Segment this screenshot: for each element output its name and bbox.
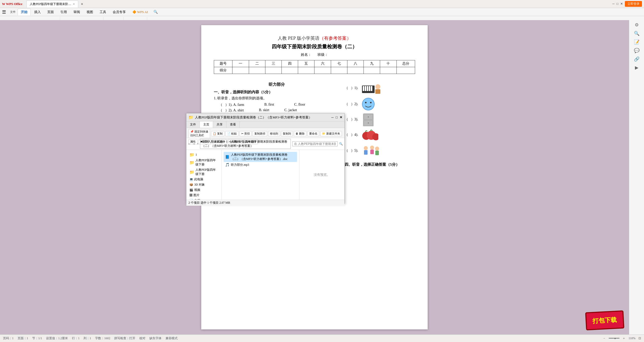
svg-rect-25 [375, 89, 380, 94]
fe-search-icon[interactable]: 🔍 [339, 142, 343, 146]
fe-tabs: 文件 主页 共享 查看 [186, 121, 344, 128]
fe-back-btn[interactable]: ← [188, 142, 191, 146]
score-col-3: 三 [265, 60, 281, 67]
fe-sidebar-1[interactable]: 📁 1 [188, 152, 219, 158]
ribbon-tab-page[interactable]: 页面 [44, 9, 57, 15]
svg-rect-40 [370, 150, 374, 154]
fe-up-btn[interactable]: ↑ [197, 142, 198, 146]
fe-paste-btn[interactable]: 📄 粘贴 [225, 131, 239, 136]
piano-scene-svg [361, 80, 381, 96]
fe-sidebar-documents[interactable]: 📄 文档 [188, 198, 219, 200]
doc-file-icon: 📘 [225, 155, 229, 159]
fe-sidebar-label-video: 视频 [194, 188, 200, 192]
fe-minimize[interactable]: ─ [331, 115, 334, 119]
smiley-svg [361, 97, 376, 111]
fe-tab-view[interactable]: 查看 [226, 121, 240, 128]
fe-restore[interactable]: □ [336, 115, 338, 119]
ribbon-tab-tools[interactable]: 工具 [97, 9, 109, 15]
fe-sidebar-3[interactable]: 📁 人教PEP版四年级下册 [188, 167, 219, 177]
zoom-out-btn[interactable]: － [603, 336, 606, 340]
right-tool-2[interactable]: 🔍 [634, 31, 639, 36]
doc-tab-close[interactable]: ✕ [73, 3, 75, 6]
status-section: 页面：1 [18, 336, 28, 340]
fe-close[interactable]: ✕ [340, 115, 342, 119]
menu-icon[interactable]: ☰ [2, 9, 6, 15]
right-tool-5[interactable]: 🔗 [634, 56, 639, 62]
right-bracket-4: （ ）4). [345, 133, 358, 137]
fe-file-mp3[interactable]: 🎵 听力部分.mp3 [224, 162, 297, 168]
right-pic-2: （ ）2). [345, 97, 415, 111]
fe-copy-path-btn[interactable]: 复制路径 [253, 131, 267, 136]
fe-search-input[interactable] [292, 141, 338, 146]
svg-point-24 [375, 84, 380, 89]
fe-address-input[interactable]: 最新入期末试卷 > 1 > 人教PEP版四年级下册期末阶段质量检测卷（二）（含M… [200, 139, 291, 149]
fe-sidebar-label-thispc: 此电脑 [194, 177, 203, 182]
fe-folder-icon: 📁 [188, 115, 193, 120]
fe-cut-btn[interactable]: ✂ 剪切 [239, 131, 252, 136]
right-tool-6[interactable]: ▶ [635, 65, 638, 70]
fe-copyto-btn[interactable]: 复制到 [281, 131, 293, 136]
fe-sidebar-label-1: 1 [195, 153, 197, 157]
right-toolbar: ⚙ 🔍 📝 💬 🔗 ▶ [629, 20, 644, 334]
score-row-label: 得分 [214, 67, 232, 74]
search-icon[interactable]: 🔍 [153, 10, 158, 14]
score-col-total: 总分 [396, 60, 415, 67]
score-val-1 [232, 67, 249, 74]
right-tool-3[interactable]: 📝 [634, 39, 639, 45]
video-icon: 🎬 [189, 188, 193, 192]
score-val-5 [298, 67, 314, 74]
svg-rect-20 [365, 86, 366, 91]
score-val-9 [364, 67, 380, 74]
fe-file-doc[interactable]: 📘 人教PEP版四年级下册期末阶段质量检测卷（二）（含MP3+听力材料+参考答案… [224, 152, 297, 162]
zoom-slider[interactable]: ━━━●━━ [609, 336, 619, 340]
ribbon-tab-review[interactable]: 审阅 [70, 9, 83, 15]
fe-move-btn[interactable]: 移动到 [268, 131, 280, 136]
fe-tab-file[interactable]: 文件 [186, 121, 200, 128]
fe-sidebar-label-pictures: 图片 [193, 193, 199, 197]
svg-point-39 [370, 146, 374, 150]
right-pic-5: （ ）5). [345, 143, 415, 158]
score-col-1: 一 [232, 60, 249, 67]
fe-sidebar-video[interactable]: 🎬 视频 [188, 187, 219, 193]
ribbon-tab-wpsai[interactable]: 🔶 WPS AI [129, 9, 151, 15]
minimize-icon[interactable]: ─ [612, 2, 615, 6]
fe-newfolder-btn[interactable]: 📁 新建文件夹 [320, 131, 342, 136]
ribbon-menu-file[interactable]: 文件 [9, 10, 17, 14]
fe-rename-btn[interactable]: 重命名 [307, 131, 319, 136]
ribbon-tab-home[interactable]: 开始 [18, 9, 31, 16]
ribbon-tab-view[interactable]: 视图 [84, 9, 96, 15]
ribbon-tab-insert[interactable]: 插入 [31, 9, 44, 15]
wps-logo: W WPS Office [2, 2, 22, 6]
restore-icon[interactable]: □ [617, 2, 618, 6]
fe-sidebar-pictures[interactable]: 🖼 图片 [188, 193, 219, 198]
ribbon-tab-references[interactable]: 引用 [57, 9, 70, 15]
cabinet-svg [361, 112, 376, 126]
status-position: 节：1/1 [32, 336, 42, 340]
right-tool-1[interactable]: ⚙ [635, 22, 639, 28]
children-playing-svg [361, 143, 381, 158]
view-mode-btn[interactable]: ⊡ [638, 336, 641, 340]
fe-tab-share[interactable]: 共享 [213, 121, 226, 128]
register-button[interactable]: 立即登录 [625, 1, 642, 7]
q1-text: 1. 听录音，选出你所听到的选项。 [214, 96, 340, 101]
fe-forward-btn[interactable]: → [192, 142, 195, 146]
fe-sidebar-2[interactable]: 📁 人教PEP版四年级下册 [188, 158, 219, 167]
doc-tab[interactable]: 人教PEP版四年级下册期末阶… ✕ [26, 1, 78, 8]
fe-pin-btn[interactable]: 📌 固定到快速访问工具栏 [188, 129, 210, 138]
new-tab-button[interactable]: ＋ [78, 1, 86, 7]
fe-copy-btn[interactable]: 📋 复制 [211, 131, 224, 136]
fe-tab-home[interactable]: 主页 [200, 121, 213, 128]
ribbon-tab-member[interactable]: 会员专享 [110, 9, 129, 15]
fe-delete-btn[interactable]: 🗑 删除 [294, 131, 306, 136]
fe-sidebar-3dobjects[interactable]: 📦 3D 对象 [188, 182, 219, 187]
download-badge[interactable]: 打包下载 [585, 310, 624, 330]
status-col: 行：1 [72, 336, 79, 340]
doc-info: 姓名： 班级： [214, 53, 415, 57]
zoom-in-btn[interactable]: ＋ [622, 336, 625, 340]
pictures-icon: 🖼 [189, 193, 192, 197]
fe-files-panel: 📘 人教PEP版四年级下册期末阶段质量检测卷（二）（含MP3+听力材料+参考答案… [222, 150, 299, 200]
doc-subtitle: 四年级下册期末阶段质量检测卷（二） [214, 43, 415, 50]
right-tool-4[interactable]: 💬 [634, 48, 639, 53]
fe-sidebar-thispc[interactable]: 💻 此电脑 [188, 177, 219, 182]
close-icon[interactable]: ✕ [620, 2, 623, 6]
